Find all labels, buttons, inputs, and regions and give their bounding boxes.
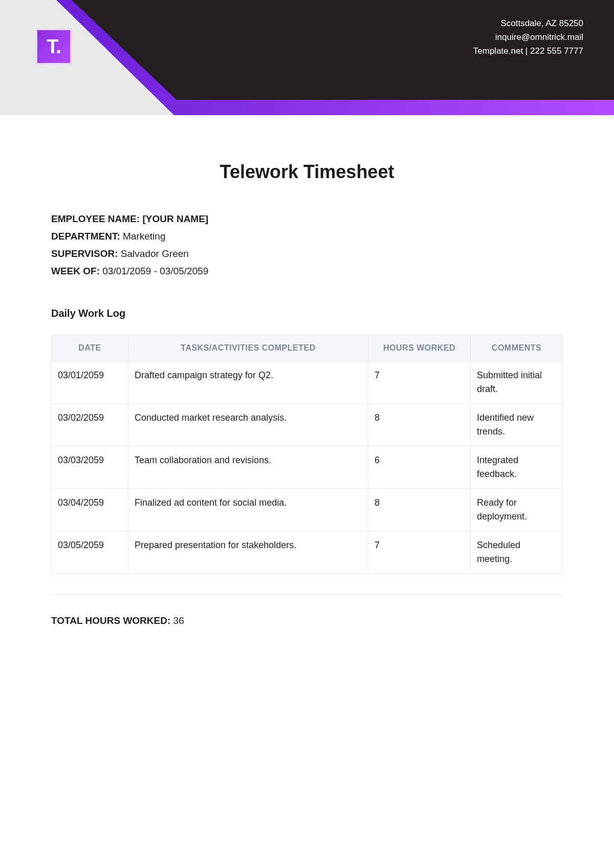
total-hours-row: TOTAL HOURS WORKED: 36 [51, 594, 563, 626]
week-label: WEEK OF: [51, 266, 100, 276]
table-row: 03/05/2059 Prepared presentation for sta… [52, 531, 563, 574]
supervisor-row: SUPERVISOR: Salvador Green [51, 248, 563, 259]
table-header-row: DATE TASKS/ACTIVITIES COMPLETED HOURS WO… [52, 335, 563, 361]
cell-comments: Integrated feedback. [471, 446, 563, 489]
supervisor-label: SUPERVISOR: [51, 248, 118, 259]
cell-hours: 7 [368, 531, 471, 574]
total-hours-value: 36 [173, 615, 184, 626]
department-label: DEPARTMENT: [51, 231, 120, 242]
contact-site-phone: Template.net | 222 555 7777 [473, 44, 583, 58]
section-title: Daily Work Log [51, 308, 563, 319]
cell-comments: Scheduled meeting. [471, 531, 563, 574]
header-contact: Scottsdale, AZ 85250 inquire@omnitrick.m… [473, 16, 583, 58]
document-header: T. Scottsdale, AZ 85250 inquire@omnitric… [0, 0, 614, 115]
week-value: 03/01/2059 - 03/05/2059 [102, 266, 208, 276]
cell-hours: 6 [368, 446, 471, 489]
employee-name-label: EMPLOYEE NAME: [51, 213, 140, 224]
table-row: 03/04/2059 Finalized ad content for soci… [52, 489, 563, 531]
cell-comments: Submitted initial draft. [471, 361, 563, 404]
cell-tasks: Conducted market research analysis. [128, 404, 368, 446]
table-row: 03/01/2059 Drafted campaign strategy for… [52, 361, 563, 404]
col-tasks: TASKS/ACTIVITIES COMPLETED [128, 335, 368, 361]
cell-comments: Identified new trends. [471, 404, 563, 446]
table-row: 03/02/2059 Conducted market research ana… [52, 404, 563, 446]
col-comments: COMMENTS [471, 335, 563, 361]
cell-tasks: Drafted campaign strategy for Q2. [128, 361, 368, 404]
cell-date: 03/05/2059 [52, 531, 128, 574]
week-row: WEEK OF: 03/01/2059 - 03/05/2059 [51, 266, 563, 277]
contact-email: inquire@omnitrick.mail [473, 30, 583, 44]
employee-name-row: EMPLOYEE NAME: [YOUR NAME] [51, 213, 563, 225]
col-date: DATE [52, 335, 128, 361]
employee-info: EMPLOYEE NAME: [YOUR NAME] DEPARTMENT: M… [51, 213, 563, 277]
logo-letter: T. [47, 36, 61, 58]
cell-hours: 8 [368, 489, 471, 531]
document-body: Telework Timesheet EMPLOYEE NAME: [YOUR … [0, 115, 614, 667]
cell-comments: Ready for deployment. [471, 489, 563, 531]
department-row: DEPARTMENT: Marketing [51, 231, 563, 242]
col-hours: HOURS WORKED [368, 335, 471, 361]
work-log-table: DATE TASKS/ACTIVITIES COMPLETED HOURS WO… [51, 335, 563, 574]
department-value: Marketing [123, 231, 165, 242]
cell-tasks: Prepared presentation for stakeholders. [128, 531, 368, 574]
cell-date: 03/02/2059 [52, 404, 128, 446]
employee-name-value: [YOUR NAME] [142, 213, 208, 224]
cell-date: 03/03/2059 [52, 446, 128, 489]
page-title: Telework Timesheet [51, 161, 563, 183]
table-row: 03/03/2059 Team collaboration and revisi… [52, 446, 563, 489]
logo: T. [36, 29, 72, 64]
cell-date: 03/04/2059 [52, 489, 128, 531]
cell-tasks: Team collaboration and revisions. [128, 446, 368, 489]
contact-address: Scottsdale, AZ 85250 [473, 16, 583, 30]
total-hours-label: TOTAL HOURS WORKED: [51, 615, 170, 626]
supervisor-value: Salvador Green [121, 248, 189, 259]
cell-hours: 8 [368, 404, 471, 446]
cell-tasks: Finalized ad content for social media. [128, 489, 368, 531]
cell-date: 03/01/2059 [52, 361, 128, 404]
cell-hours: 7 [368, 361, 471, 404]
